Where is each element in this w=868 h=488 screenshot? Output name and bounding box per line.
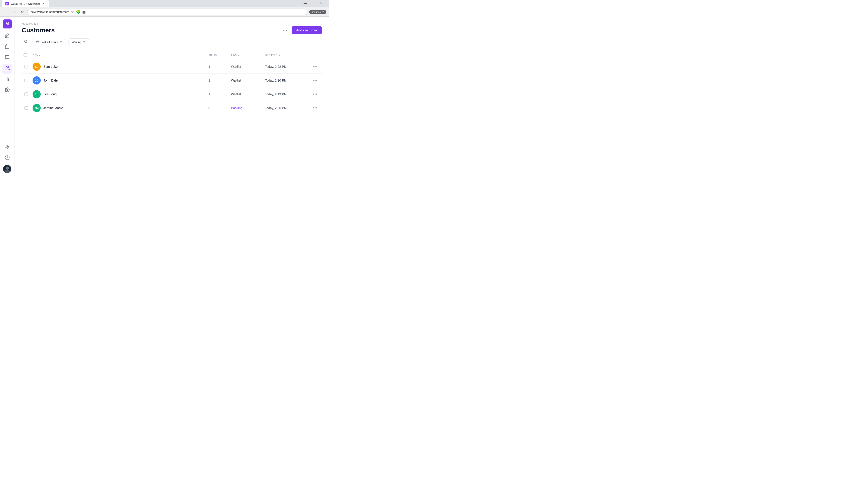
sidebar-item-chat[interactable]: [2, 53, 12, 63]
row-checkbox-input[interactable]: [24, 65, 28, 68]
state-cell: Waitlist: [229, 65, 263, 68]
state-cell: Booking: [229, 106, 263, 110]
customer-name: Lee Long: [43, 92, 57, 96]
status-filter-dropdown[interactable]: Waiting ▼: [68, 38, 89, 46]
sidebar-item-calendar[interactable]: [2, 42, 12, 52]
help-icon: [5, 155, 10, 161]
reload-button[interactable]: ↻: [19, 9, 25, 15]
extensions-icon[interactable]: 🧩: [76, 10, 81, 14]
updated-cell: Today, 2:20 PM: [263, 78, 308, 82]
maximize-button[interactable]: ⬜: [310, 0, 316, 6]
state-cell: Waitlist: [229, 92, 263, 96]
th-name: NAME: [31, 53, 207, 58]
sort-icon: ⇅: [278, 54, 281, 57]
row-checkbox-input[interactable]: [24, 92, 28, 96]
visits-cell: 1: [207, 92, 229, 96]
user-avatar[interactable]: [3, 165, 11, 173]
row-checkbox-input[interactable]: [24, 78, 28, 82]
updated-cell: Today, 2:22 PM: [263, 65, 308, 68]
table-header: NAME VISITS STATE UPDATED ⇅: [22, 51, 322, 60]
status-filter-label: Waiting: [72, 40, 82, 44]
customer-cell: JD John Dale: [31, 76, 207, 85]
forward-button[interactable]: →: [11, 9, 17, 15]
sidebar-item-help[interactable]: [2, 153, 12, 163]
search-icon: [24, 40, 28, 44]
th-updated[interactable]: UPDATED ⇅: [263, 53, 308, 58]
page-title: Customers: [22, 27, 281, 34]
search-button[interactable]: [22, 38, 30, 46]
table-row[interactable]: JM Jemina Madie 3 Booking Today, 2:06 PM…: [22, 101, 322, 115]
new-tab-button[interactable]: +: [50, 0, 56, 6]
customer-name: John Dale: [43, 78, 58, 82]
close-window-button[interactable]: ✕: [318, 0, 324, 6]
header-checkbox[interactable]: [24, 53, 27, 57]
updated-cell: Today, 2:19 PM: [263, 92, 308, 96]
customers-table: NAME VISITS STATE UPDATED ⇅ SL Sam Luke …: [22, 51, 322, 115]
sidebar-logo[interactable]: M: [3, 20, 12, 29]
header-actions: ⋯ Add customer: [281, 26, 322, 34]
row-checkbox-input[interactable]: [24, 106, 28, 110]
row-more-button[interactable]: •••: [308, 105, 322, 111]
incognito-badge[interactable]: Incognito (2): [309, 10, 327, 14]
visits-cell: 3: [207, 106, 229, 110]
row-checkbox: [22, 65, 31, 68]
browser-extras: Incognito (2): [309, 10, 327, 14]
th-checkbox: [22, 53, 31, 58]
address-bar-row: ← → ↻ new.waitwhile.com/customers ☆ 🧩 ▣ …: [0, 7, 329, 17]
sidebar-toggle-icon[interactable]: ▣: [82, 10, 86, 14]
row-checkbox: [22, 106, 31, 110]
sidebar-item-flash[interactable]: [2, 142, 12, 152]
settings-icon: [5, 88, 10, 94]
sidebar: M: [0, 17, 14, 176]
date-filter-dropdown[interactable]: Last 24 hours ▼: [33, 38, 66, 46]
th-state: STATE: [229, 53, 263, 58]
customer-avatar: JM: [33, 104, 41, 112]
row-more-button[interactable]: •••: [308, 91, 322, 98]
visits-cell: 1: [207, 78, 229, 82]
page-header: Customers ⋯ Add customer: [22, 26, 322, 34]
minimize-button[interactable]: —: [302, 0, 308, 6]
flash-icon: [5, 144, 10, 151]
address-bar-icons: ☆ 🧩 ▣: [71, 10, 86, 14]
sidebar-item-customers[interactable]: [2, 64, 12, 74]
sidebar-item-home[interactable]: [2, 31, 12, 41]
table-row[interactable]: JD John Dale 1 Waitlist Today, 2:20 PM •…: [22, 74, 322, 88]
ellipsis-icon: ⋯: [283, 28, 287, 33]
chat-icon: [5, 55, 10, 61]
customer-name: Sam Luke: [43, 65, 58, 68]
svg-rect-17: [36, 41, 39, 43]
sidebar-item-analytics[interactable]: [2, 74, 12, 85]
address-bar[interactable]: new.waitwhile.com/customers ☆ 🧩 ▣: [27, 8, 307, 15]
calendar-filter-icon: [36, 40, 39, 44]
row-checkbox: [22, 78, 31, 82]
svg-point-8: [6, 89, 8, 91]
sidebar-item-settings[interactable]: [2, 86, 12, 95]
svg-rect-0: [5, 45, 9, 48]
th-menu: [308, 53, 322, 58]
table-row[interactable]: SL Sam Luke 1 Waitlist Today, 2:22 PM ••…: [22, 60, 322, 74]
table-row[interactable]: LL Lee Long 1 Waitlist Today, 2:19 PM ••…: [22, 88, 322, 101]
row-checkbox: [22, 92, 31, 96]
filters-row: Last 24 hours ▼ Waiting ▼: [22, 38, 322, 46]
tab-close-button[interactable]: ✕: [42, 2, 45, 5]
svg-marker-9: [5, 144, 9, 149]
tab-favicon: M: [5, 2, 9, 5]
table-rows: SL Sam Luke 1 Waitlist Today, 2:22 PM ••…: [22, 60, 322, 115]
active-tab[interactable]: M Customers | Waitwhile ✕: [2, 0, 49, 7]
visits-cell: 1: [207, 65, 229, 68]
sidebar-bottom: [2, 142, 12, 173]
back-button[interactable]: ←: [3, 9, 9, 15]
row-more-button[interactable]: •••: [308, 77, 322, 84]
home-icon: [5, 33, 10, 39]
tab-bar: M Customers | Waitwhile ✕ + — ⬜ ✕: [0, 0, 329, 7]
svg-point-4: [6, 66, 7, 68]
svg-point-13: [6, 166, 9, 170]
row-more-button[interactable]: •••: [308, 64, 322, 70]
customer-avatar: LL: [33, 90, 41, 98]
tab-title: Customers | Waitwhile: [11, 2, 40, 5]
customer-cell: SL Sam Luke: [31, 63, 207, 71]
add-customer-button[interactable]: Add customer: [291, 26, 322, 34]
bookmark-icon[interactable]: ☆: [71, 10, 74, 14]
analytics-icon: [5, 76, 10, 83]
more-options-button[interactable]: ⋯: [281, 26, 289, 34]
